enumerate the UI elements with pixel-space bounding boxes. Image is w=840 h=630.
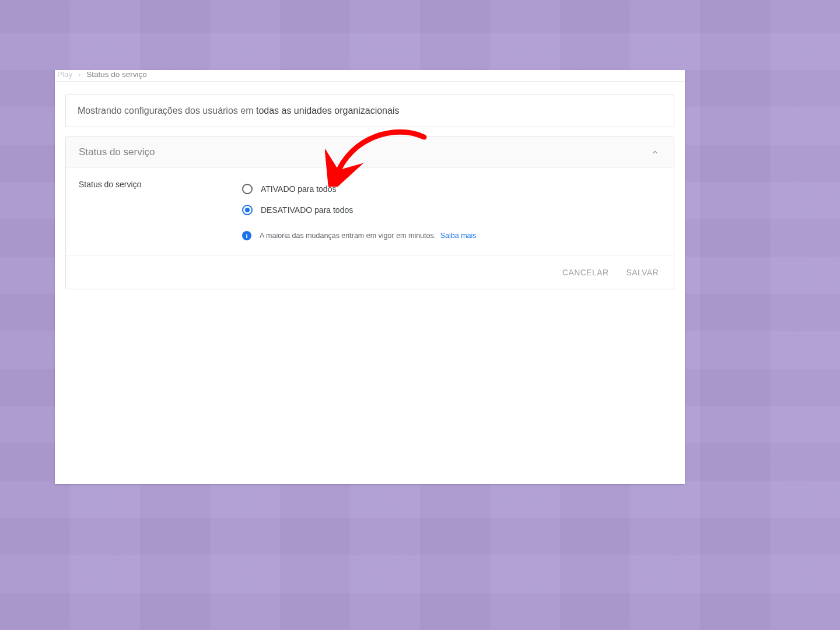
chevron-up-icon[interactable] <box>649 146 661 158</box>
card-header[interactable]: Status do serviço <box>66 137 674 168</box>
radio-option-ativado[interactable]: ATIVADO para todos <box>242 178 661 200</box>
service-status-card: Status do serviço Status do serviço ATIV… <box>65 136 674 289</box>
radio-option-desativado[interactable]: DESATIVADO para todos <box>242 200 661 220</box>
radio-label: ATIVADO para todos <box>261 184 336 194</box>
propagation-note: i A maioria das mudanças entram em vigor… <box>242 231 661 240</box>
breadcrumb-prev[interactable]: Play <box>57 70 72 79</box>
section-label: Status do serviço <box>79 178 242 240</box>
note-text: A maioria das mudanças entram em vigor e… <box>260 232 436 240</box>
learn-more-link[interactable]: Saiba mais <box>440 232 477 240</box>
scope-banner: Mostrando configurações dos usuários em … <box>65 94 674 127</box>
breadcrumb: Play › Status do serviço <box>55 70 685 82</box>
info-icon: i <box>242 231 251 240</box>
save-button[interactable]: SALVAR <box>624 264 661 281</box>
scope-banner-orgunit: todas as unidades organizacionais <box>256 106 400 116</box>
chevron-right-icon: › <box>78 71 80 79</box>
settings-panel: Play › Status do serviço Mostrando confi… <box>55 70 685 484</box>
radio-group: ATIVADO para todos DESATIVADO para todos… <box>242 178 661 240</box>
radio-icon <box>242 205 253 215</box>
breadcrumb-current: Status do serviço <box>86 70 147 79</box>
card-body: Status do serviço ATIVADO para todos DES… <box>66 168 674 256</box>
radio-icon <box>242 184 253 194</box>
radio-label: DESATIVADO para todos <box>261 205 353 215</box>
cancel-button[interactable]: CANCELAR <box>560 264 611 281</box>
scope-banner-prefix: Mostrando configurações dos usuários em <box>78 106 256 116</box>
card-title: Status do serviço <box>79 146 155 158</box>
card-footer: CANCELAR SALVAR <box>66 256 674 289</box>
